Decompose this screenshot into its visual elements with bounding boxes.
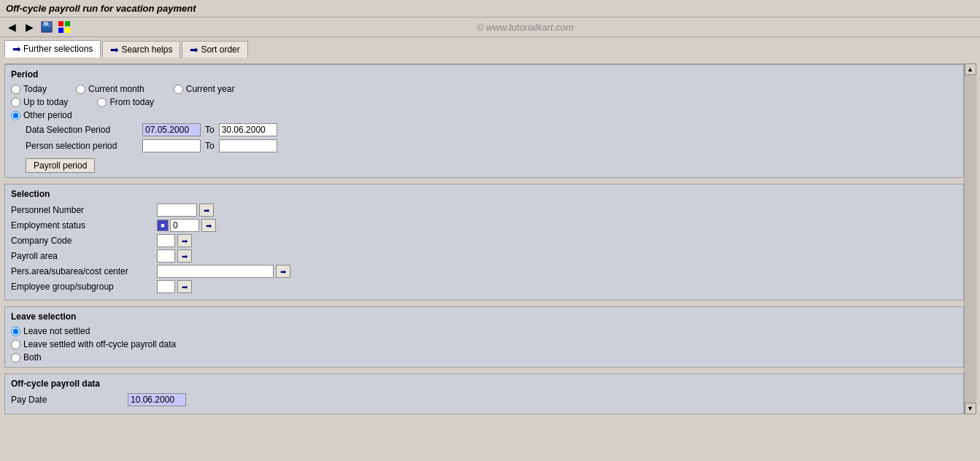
tab-arrow-sort: ➡ [190, 44, 198, 55]
company-code-arrow[interactable]: ➡ [177, 234, 192, 247]
data-selection-period-from[interactable] [142, 123, 201, 136]
data-selection-period-label: Data Selection Period [26, 125, 142, 135]
person-selection-period-to[interactable] [219, 139, 277, 152]
employee-group-row: Employee group/subgroup ➡ [11, 280, 957, 293]
offcycle-section: Off-cycle payroll data Pay Date [4, 373, 964, 414]
payroll-period-button[interactable]: Payroll period [26, 158, 95, 173]
offcycle-title: Off-cycle payroll data [11, 379, 957, 389]
personnel-number-input[interactable] [157, 204, 197, 217]
watermark: © www.tutorialkart.com [74, 22, 976, 33]
period-radio-row-1: Today Current month Current year [11, 84, 957, 94]
svg-rect-5 [58, 28, 63, 33]
leave-both-radio[interactable]: Both [11, 352, 957, 363]
person-selection-period-label: Person selection period [26, 141, 142, 151]
tab-further-selections[interactable]: ➡ Further selections [4, 40, 101, 58]
radio-current-year[interactable]: Current year [174, 84, 235, 94]
scroll-track[interactable] [965, 75, 976, 403]
leave-settled-radio[interactable]: Leave settled with off-cycle payroll dat… [11, 339, 957, 349]
employment-status-icon: ■ [157, 220, 169, 231]
to-label-1: To [205, 125, 215, 135]
svg-rect-2 [42, 27, 51, 31]
back-icon[interactable]: ◀ [4, 20, 19, 34]
tab-bar: ➡ Further selections ➡ Search helps ➡ So… [0, 37, 980, 61]
scroll-up-arrow[interactable]: ▲ [965, 63, 976, 75]
radio-other-period[interactable]: Other period [11, 110, 72, 120]
leave-both-input[interactable] [11, 353, 20, 363]
employee-group-label: Employee group/subgroup [11, 282, 157, 292]
tab-arrow-search: ➡ [110, 44, 119, 55]
selection-section: Selection Personnel Number ➡ Employment … [4, 184, 964, 301]
pers-area-row: Pers.area/subarea/cost center ➡ [11, 265, 957, 278]
data-selection-period-row: Data Selection Period To [11, 123, 957, 136]
main-content: Period Today Current month Current year [0, 61, 980, 417]
radio-current-month[interactable]: Current month [76, 84, 144, 94]
personnel-number-arrow[interactable]: ➡ [199, 204, 214, 217]
pay-date-label: Pay Date [11, 395, 128, 405]
pers-area-label: Pers.area/subarea/cost center [11, 266, 157, 276]
tab-sort-order[interactable]: ➡ Sort order [182, 41, 247, 58]
title-bar: Off-cycle payroll run for vacation payme… [0, 0, 980, 18]
employment-status-row: Employment status ■ ➡ [11, 219, 957, 232]
radio-today-input[interactable] [11, 85, 20, 94]
employee-group-input[interactable] [157, 280, 175, 293]
payroll-area-input[interactable] [157, 249, 175, 263]
leave-not-settled-radio[interactable]: Leave not settled [11, 326, 957, 336]
employment-status-label: Employment status [11, 220, 157, 230]
radio-up-to-today-input[interactable] [11, 98, 20, 107]
person-selection-period-row: Person selection period To [11, 139, 957, 152]
radio-today[interactable]: Today [11, 84, 47, 94]
payroll-area-row: Payroll area ➡ [11, 249, 957, 263]
svg-rect-4 [65, 21, 70, 26]
company-code-row: Company Code ➡ [11, 234, 957, 247]
pay-date-input[interactable] [128, 393, 186, 406]
employee-group-arrow[interactable]: ➡ [177, 280, 192, 293]
left-panel: Period Today Current month Current year [4, 63, 964, 414]
selection-title: Selection [11, 189, 957, 199]
data-selection-period-to[interactable] [219, 123, 277, 136]
app-title: Off-cycle payroll run for vacation payme… [6, 3, 196, 14]
period-radio-row-3: Other period [11, 110, 957, 120]
pers-area-arrow[interactable]: ➡ [276, 265, 290, 278]
payroll-area-arrow[interactable]: ➡ [177, 249, 192, 263]
forward-icon[interactable]: ▶ [22, 20, 36, 34]
svg-rect-6 [65, 28, 70, 33]
personnel-number-label: Personnel Number [11, 205, 157, 215]
person-selection-period-from[interactable] [142, 139, 201, 152]
employment-status-input[interactable] [170, 219, 199, 232]
toolbar: ◀ ▶ © www.tutorialkart.com [0, 18, 980, 37]
personnel-number-row: Personnel Number ➡ [11, 204, 957, 217]
svg-rect-3 [58, 21, 63, 26]
leave-selection-title: Leave selection [11, 311, 957, 322]
period-radio-row-2: Up to today From today [11, 97, 957, 107]
employment-status-arrow[interactable]: ➡ [201, 219, 216, 232]
company-code-label: Company Code [11, 236, 157, 246]
period-title: Period [11, 69, 957, 80]
radio-current-month-input[interactable] [76, 85, 85, 94]
color-grid-icon[interactable] [57, 20, 72, 34]
svg-rect-1 [44, 22, 48, 26]
company-code-input[interactable] [157, 234, 175, 247]
payroll-area-label: Payroll area [11, 251, 157, 261]
leave-not-settled-input[interactable] [11, 327, 20, 336]
scroll-down-arrow[interactable]: ▼ [965, 403, 976, 414]
leave-selection-section: Leave selection Leave not settled Leave … [4, 306, 964, 368]
save-icon[interactable] [39, 20, 54, 34]
radio-from-today[interactable]: From today [97, 97, 154, 107]
scrollbar: ▲ ▼ [964, 63, 976, 414]
tab-arrow-further: ➡ [12, 43, 21, 55]
pay-date-row: Pay Date [11, 393, 957, 406]
tab-search-helps[interactable]: ➡ Search helps [102, 41, 180, 58]
radio-up-to-today[interactable]: Up to today [11, 97, 68, 107]
to-label-2: To [205, 141, 215, 151]
period-section: Period Today Current month Current year [4, 63, 964, 178]
pers-area-input[interactable] [157, 265, 274, 278]
radio-from-today-input[interactable] [97, 98, 107, 107]
leave-settled-input[interactable] [11, 340, 20, 349]
radio-current-year-input[interactable] [174, 85, 183, 94]
radio-other-period-input[interactable] [11, 111, 20, 120]
